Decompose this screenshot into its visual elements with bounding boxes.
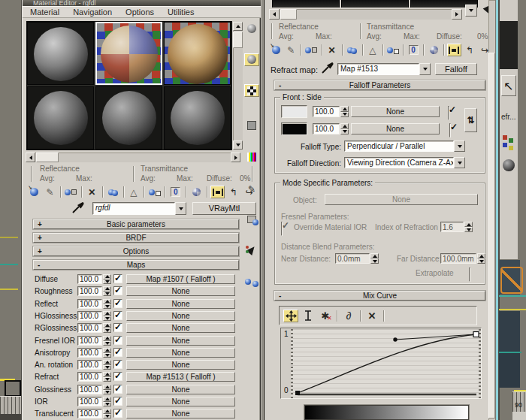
mini-button[interactable]: ↖ — [501, 75, 516, 96]
amount-input[interactable]: 100.0 — [77, 409, 102, 418]
map-slot-button[interactable]: None — [126, 323, 235, 333]
get-material-button[interactable]: ↘ — [27, 186, 41, 198]
map-slot-button[interactable]: None — [126, 360, 235, 370]
map-slot-button[interactable]: Map #1513 ( Falloff ) — [126, 372, 235, 382]
sample-slot[interactable] — [164, 22, 231, 85]
sample-slot[interactable] — [27, 86, 94, 150]
amount-input[interactable]: 100.0 — [77, 286, 102, 296]
map-enable-checkbox[interactable] — [113, 286, 122, 295]
sample-slot[interactable] — [164, 86, 231, 150]
map-slot-button[interactable]: None — [126, 299, 235, 309]
go-to-parent-button[interactable]: ↰ — [463, 44, 476, 56]
falloff-type-value[interactable]: Perpendicular / Parallel — [344, 141, 454, 152]
side-map-button[interactable]: None — [351, 123, 440, 134]
material-name-dropdown[interactable]: rgfdl — [92, 202, 186, 215]
dropdown-arrow-button[interactable] — [175, 202, 186, 215]
amount-input[interactable]: 100.0 — [77, 348, 102, 358]
show-end-result-button[interactable] — [447, 44, 461, 56]
map-enable-checkbox[interactable] — [113, 299, 122, 308]
amount-spinner[interactable] — [103, 336, 111, 346]
video-color-check-button[interactable] — [244, 150, 259, 163]
map-slot-button[interactable]: None — [126, 385, 235, 394]
map-enable-checkbox[interactable] — [113, 397, 122, 406]
material-id-channel-button[interactable]: 0 — [168, 186, 183, 198]
amount-spinner[interactable] — [103, 409, 111, 418]
map-enable-checkbox[interactable] — [113, 336, 122, 345]
object-pick-button[interactable]: None — [325, 194, 478, 205]
material-id-channel-button[interactable]: 0 — [407, 44, 420, 56]
scroll-thumb[interactable] — [488, 53, 495, 418]
move-point-button[interactable] — [283, 310, 298, 322]
amount-input[interactable]: 100.0 — [77, 311, 102, 321]
sample-slot[interactable] — [27, 22, 94, 85]
map-slot-button[interactable]: None — [126, 409, 235, 418]
map-slot-button[interactable]: None — [126, 286, 235, 296]
map-name-dropdown[interactable]: Map #1513 — [337, 63, 431, 75]
menu-options[interactable]: Options — [125, 8, 154, 17]
amount-input[interactable]: 100.0 — [77, 385, 102, 394]
amount-spinner[interactable] — [103, 348, 111, 358]
reset-map-button[interactable]: ✕ — [325, 44, 338, 56]
near-distance-input[interactable]: 0.0mm — [335, 253, 370, 264]
map-slot-button[interactable]: Map #1507 ( Falloff ) — [126, 274, 235, 284]
curve-plot-area[interactable] — [291, 329, 481, 398]
map-slot-button[interactable]: None — [126, 311, 235, 321]
slots-hscrollbar[interactable] — [26, 153, 240, 162]
map-slot-button[interactable]: None — [126, 336, 235, 346]
rollout-falloff-parameters[interactable]: -Falloff Parameters — [274, 80, 485, 90]
amount-spinner[interactable] — [103, 299, 111, 309]
side-amount-spinner[interactable] — [340, 123, 349, 134]
map-enable-checkbox[interactable] — [113, 348, 122, 357]
dropdown-arrow-button[interactable] — [454, 157, 465, 168]
map-enable-checkbox[interactable] — [113, 274, 122, 283]
front-map-button[interactable]: None — [351, 106, 440, 117]
sample-slot[interactable] — [95, 86, 162, 150]
put-to-library-button[interactable] — [386, 44, 400, 56]
amount-spinner[interactable] — [103, 323, 111, 333]
make-material-copy-button[interactable] — [106, 186, 120, 198]
add-point-button[interactable]: ✱✕ — [318, 310, 333, 322]
put-to-library-button[interactable] — [147, 186, 162, 198]
amount-spinner[interactable] — [103, 385, 111, 394]
select-by-material-button[interactable] — [244, 243, 259, 256]
material-name-value[interactable]: rgfdl — [92, 202, 175, 215]
sample-slot-partial[interactable] — [272, 0, 340, 8]
rollout-maps[interactable]: -Maps — [33, 260, 239, 270]
show-map-in-viewport-button[interactable] — [427, 44, 440, 56]
extrapolate-checkbox[interactable] — [469, 267, 470, 282]
map-slot-button[interactable]: None — [126, 397, 235, 406]
front-enable-checkbox[interactable] — [448, 106, 449, 120]
sample-slot-active[interactable] — [95, 22, 162, 85]
near-distance-spinner[interactable] — [370, 253, 379, 264]
make-unique-button[interactable]: △ — [366, 44, 379, 56]
menu-navigation[interactable]: Navigation — [73, 8, 112, 17]
falloff-type-dropdown[interactable]: Perpendicular / Parallel — [344, 141, 465, 152]
map-enable-checkbox[interactable] — [113, 323, 122, 332]
dropdown-arrow-button[interactable] — [419, 63, 431, 75]
sample-slot-partial[interactable] — [341, 0, 409, 8]
editor-options-button[interactable] — [244, 213, 259, 226]
menu-material[interactable]: Material — [30, 8, 59, 17]
swap-colors-button[interactable]: ⇅ — [464, 108, 477, 132]
delete-point-button[interactable]: ✕ — [364, 310, 379, 322]
pan-curve-button[interactable]: ∂ — [341, 310, 356, 322]
amount-input[interactable]: 100.0 — [77, 360, 102, 370]
scroll-thumb[interactable] — [36, 153, 59, 162]
scroll-down-button[interactable] — [233, 141, 243, 150]
falloff-direction-value[interactable]: Viewing Direction (Camera Z-Axis) — [344, 157, 454, 168]
make-unique-button[interactable]: △ — [127, 186, 141, 198]
scroll-left-button[interactable] — [26, 153, 35, 162]
override-ior-checkbox[interactable] — [281, 222, 283, 236]
assign-material-button[interactable] — [304, 44, 318, 56]
front-amount-spinner[interactable] — [340, 106, 349, 117]
window-title[interactable]: Material Editor - rgfdl — [23, 0, 261, 6]
scroll-right-button[interactable] — [231, 153, 240, 162]
amount-input[interactable]: 100.0 — [77, 274, 102, 284]
map-slot-button[interactable]: None — [126, 348, 235, 358]
rollout-options[interactable]: +Options — [33, 246, 239, 256]
sample-type-button[interactable] — [244, 22, 259, 35]
amount-input[interactable]: 100.0 — [77, 336, 102, 346]
scroll-thumb[interactable] — [280, 9, 297, 20]
front-amount-input[interactable]: 100.0 — [313, 106, 340, 117]
ior-input[interactable]: 1.6 — [440, 222, 464, 232]
